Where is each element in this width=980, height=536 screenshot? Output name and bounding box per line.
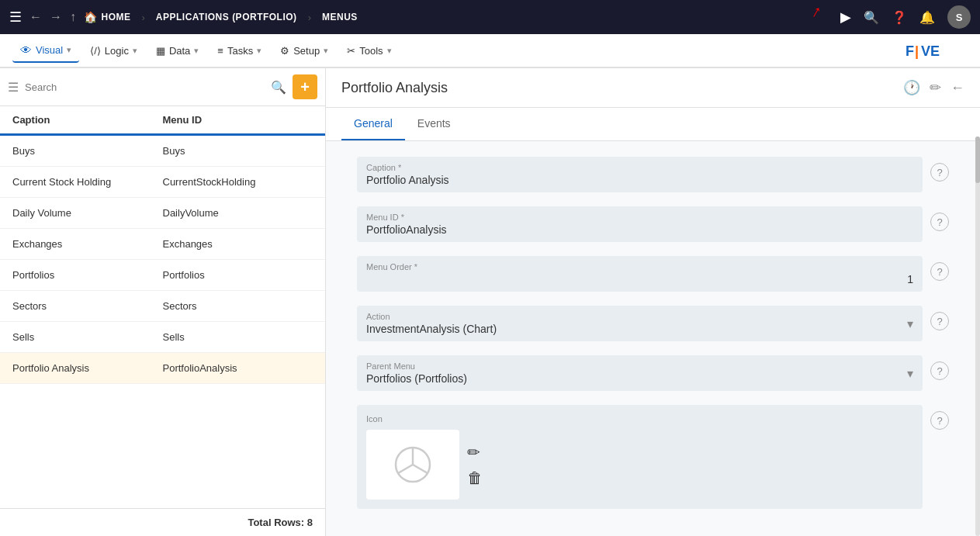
caption-help-icon[interactable]: ? [930,163,949,182]
parentmenu-row: Parent Menu Portfolios (Portfolios) ▾ ? [357,355,949,391]
back-button[interactable]: ← [29,10,42,24]
hamburger-menu[interactable]: ☰ [9,9,22,26]
five-logo: F | VE [906,39,968,62]
action-label: Action [366,312,907,321]
toolbar-visual[interactable]: 👁 Visual ▾ [12,39,79,63]
table-row[interactable]: Sells Sells [0,322,325,353]
up-button[interactable]: ↑ [70,10,76,24]
five-logo-svg: F | VE [906,39,968,62]
toolbar-tasks[interactable]: ≡ Tasks ▾ [210,40,269,61]
td-menuid: Sectors [163,300,313,312]
setup-dropdown-icon[interactable]: ▾ [324,46,328,56]
td-menuid: Exchanges [163,238,313,250]
user-avatar[interactable]: S [947,5,971,29]
parentmenu-field-content: Parent Menu Portfolios (Portfolios) [366,361,907,385]
setup-icon: ⚙ [280,45,289,57]
toolbar-setup[interactable]: ⚙ Setup ▾ [272,40,336,61]
edit-button[interactable]: ✏ [930,79,941,96]
right-scrollbar[interactable] [975,137,980,536]
svg-line-5 [413,465,428,473]
toolbar-data-label: Data [169,45,190,57]
parentmenu-dropdown-arrow[interactable]: ▾ [907,366,913,381]
icon-help-icon[interactable]: ? [930,411,949,430]
toolbar-tools[interactable]: ✂ Tools ▾ [339,40,399,61]
edit-icon-button[interactable]: ✏ [467,443,483,462]
play-button[interactable]: ▶ [840,9,851,26]
td-caption: Sectors [12,300,163,312]
action-dropdown-arrow[interactable]: ▾ [907,316,913,331]
table-row[interactable]: Portfolio Analysis PortfolioAnalysis [0,353,325,384]
td-caption: Exchanges [12,238,163,250]
tab-general[interactable]: General [341,108,405,140]
visual-dropdown-icon[interactable]: ▾ [67,45,71,55]
action-value: InvestmentAnalysis (Chart) [366,323,907,335]
logic-icon: ⟨/⟩ [90,45,101,57]
user-initial: S [956,12,963,23]
icon-section: Icon ✏ 🗑 [357,405,923,509]
search-icon[interactable]: 🔍 [864,10,879,25]
tasks-icon: ≡ [217,45,223,57]
toolbar-setup-label: Setup [293,45,320,57]
menuid-field: Menu ID * PortfolioAnalysis [357,206,923,242]
help-icon[interactable]: ❓ [892,10,907,25]
tab-events-label: Events [417,117,451,130]
toolbar-data[interactable]: ▦ Data ▾ [148,40,206,61]
nav-applications[interactable]: APPLICATIONS (PORTFOLIO) [156,12,297,22]
tools-dropdown-icon[interactable]: ▾ [387,46,392,56]
table-body: Buys Buys Current Stock Holding CurrentS… [0,136,325,508]
col-header-menuid: Menu ID [163,114,313,126]
table-row[interactable]: Exchanges Exchanges [0,229,325,260]
menuorder-field: Menu Order * 1 [357,256,923,292]
table-row[interactable]: Portfolios Portfolios [0,260,325,291]
menuid-help-icon[interactable]: ? [930,213,949,231]
tab-events[interactable]: Events [405,108,463,140]
table-row[interactable]: Daily Volume DailyVolume [0,198,325,229]
svg-line-6 [398,465,413,473]
td-menuid: CurrentStockHolding [163,176,313,188]
tasks-dropdown-icon[interactable]: ▾ [257,46,261,56]
parentmenu-help-icon[interactable]: ? [930,361,949,380]
add-button[interactable]: + [293,74,317,99]
menuorder-row: Menu Order * 1 ? [357,256,949,292]
forward-button[interactable]: → [50,10,62,24]
nav-home[interactable]: 🏠 HOME [84,11,131,23]
form-area: Caption * Portfolio Analysis ? Menu ID *… [326,141,980,536]
caption-label: Caption * [366,163,913,172]
nav-separator-2: › [308,12,311,23]
nav-menus-label: MENUS [322,12,358,22]
home-icon: 🏠 [84,11,98,23]
nav-home-label: HOME [102,12,131,22]
action-help-icon[interactable]: ? [930,312,949,330]
search-button[interactable]: 🔍 [271,80,286,95]
left-panel: ☰ 🔍 + Caption Menu ID Buys Buys Current … [0,68,326,536]
caption-row: Caption * Portfolio Analysis ? [357,157,949,192]
table-row[interactable]: Sectors Sectors [0,291,325,322]
td-caption: Portfolio Analysis [12,362,163,374]
menuid-value: PortfolioAnalysis [366,223,913,236]
close-button[interactable]: ← [951,80,964,96]
logic-dropdown-icon[interactable]: ▾ [133,46,137,56]
search-input[interactable] [25,81,265,93]
table-row[interactable]: Buys Buys [0,136,325,167]
td-menuid: DailyVolume [163,207,313,219]
nav-menus[interactable]: MENUS [322,12,358,22]
td-menuid: Sells [163,331,313,343]
notification-icon[interactable]: 🔔 [919,10,935,25]
td-caption: Buys [12,145,163,157]
data-dropdown-icon[interactable]: ▾ [194,46,199,56]
toolbar-logic[interactable]: ⟨/⟩ Logic ▾ [82,40,145,61]
filter-icon[interactable]: ☰ [8,80,19,95]
table-row[interactable]: Current Stock Holding CurrentStockHoldin… [0,167,325,198]
history-button[interactable]: 🕐 [903,79,920,96]
data-icon: ▦ [156,45,165,57]
right-panel: Portfolio Analysis 🕐 ✏ ← General Events … [326,68,980,536]
td-caption: Portfolios [12,269,163,281]
toolbar-logic-label: Logic [105,45,129,57]
table-header: Caption Menu ID [0,106,325,136]
menuorder-label: Menu Order * [366,262,913,271]
menuorder-help-icon[interactable]: ? [930,262,949,281]
svg-text:|: | [915,43,919,59]
td-menuid: Buys [163,145,313,157]
delete-icon-button[interactable]: 🗑 [467,469,483,487]
nav-separator-1: › [142,12,145,23]
